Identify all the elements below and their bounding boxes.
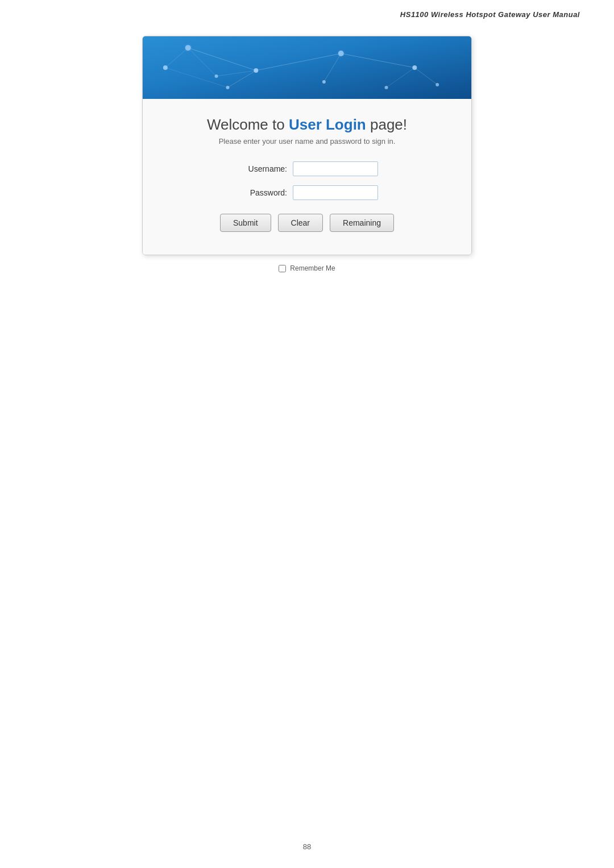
username-input[interactable] — [293, 161, 378, 176]
manual-title: HS1100 Wireless Hotspot Gateway User Man… — [400, 10, 580, 19]
svg-point-22 — [181, 41, 195, 55]
login-card: Welcome to User Login page! Please enter… — [142, 36, 472, 255]
svg-point-18 — [215, 74, 218, 78]
svg-point-15 — [412, 65, 417, 70]
welcome-text-part2: page! — [366, 116, 407, 133]
welcome-highlight: User Login — [289, 116, 366, 133]
remember-me-checkbox[interactable] — [279, 265, 286, 272]
password-input[interactable] — [293, 185, 378, 200]
welcome-subtitle: Please enter your user name and password… — [165, 137, 449, 146]
username-row: Username: — [165, 161, 449, 176]
card-body: Welcome to User Login page! Please enter… — [143, 99, 471, 255]
page-number: 88 — [303, 842, 311, 851]
password-row: Password: — [165, 185, 449, 200]
svg-point-20 — [163, 65, 168, 70]
svg-point-23 — [335, 48, 347, 59]
password-label: Password: — [236, 188, 287, 197]
submit-button[interactable]: Submit — [220, 214, 271, 232]
remaining-button[interactable]: Remaining — [330, 214, 394, 232]
remember-me-label: Remember Me — [290, 264, 335, 272]
svg-point-17 — [322, 80, 326, 84]
welcome-text-part1: Welcome to — [207, 116, 289, 133]
banner — [143, 36, 471, 99]
svg-point-16 — [226, 86, 229, 89]
svg-point-19 — [435, 83, 439, 86]
remember-me-row: Remember Me — [279, 264, 335, 272]
svg-point-13 — [254, 68, 258, 73]
svg-point-21 — [385, 86, 388, 89]
clear-button[interactable]: Clear — [278, 214, 323, 232]
username-label: Username: — [236, 164, 287, 173]
buttons-row: Submit Clear Remaining — [165, 214, 449, 238]
welcome-title: Welcome to User Login page! — [165, 116, 449, 134]
banner-decoration — [143, 36, 471, 99]
